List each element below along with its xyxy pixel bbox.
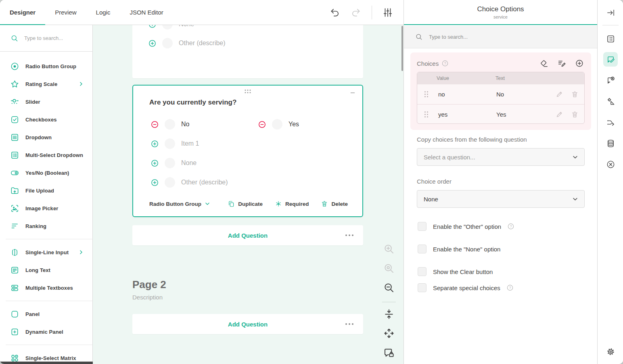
duplicate-button[interactable]: Duplicate <box>228 200 263 207</box>
zoom-out-icon[interactable] <box>383 282 395 294</box>
copy-choices-select[interactable]: Select a question... <box>417 148 585 166</box>
zoom-reset-icon[interactable] <box>383 262 395 274</box>
checkbox[interactable] <box>418 283 426 292</box>
more-options-icon[interactable] <box>345 323 353 325</box>
question-card-selected[interactable]: Are you currently serving? No Yes Item 1 <box>132 85 363 217</box>
edit-pencil-icon[interactable] <box>556 90 563 98</box>
tab-logic[interactable]: Logic <box>86 0 120 25</box>
question-card-previous[interactable]: None Other (describe) <box>132 25 363 78</box>
plus-circle-icon[interactable] <box>151 140 159 148</box>
toolbox-item-checkboxes[interactable]: Checkboxes <box>0 111 92 128</box>
drag-handle-icon[interactable] <box>245 90 251 93</box>
page-description[interactable]: Description <box>132 294 163 301</box>
zoom-in-icon[interactable] <box>383 243 395 255</box>
radio-placeholder[interactable] <box>272 119 282 130</box>
plus-circle-icon[interactable] <box>151 179 159 186</box>
choice-value[interactable]: no <box>438 91 445 98</box>
toggle-show-clear[interactable]: Show the Clear button <box>418 267 493 276</box>
toolbox-item-multiple-textboxes[interactable]: Multiple Textboxes <box>0 279 92 297</box>
plus-circle-icon[interactable] <box>148 40 156 47</box>
drag-handle-icon[interactable] <box>424 111 428 117</box>
checkbox[interactable] <box>418 222 426 231</box>
clear-eraser-icon[interactable] <box>539 59 548 68</box>
trash-icon[interactable] <box>571 111 579 118</box>
toolbox-item-radio-button-group[interactable]: Radio Button Group <box>0 57 92 75</box>
choice-label[interactable]: No <box>181 121 189 128</box>
help-icon[interactable]: ? <box>508 223 514 230</box>
checkbox[interactable] <box>418 245 426 253</box>
radio-placeholder[interactable] <box>165 177 175 188</box>
undo-icon[interactable] <box>330 7 340 18</box>
choice-label[interactable]: Other (describe) <box>181 179 228 186</box>
choice-table-row[interactable]: yes Yes <box>417 104 584 124</box>
checkbox[interactable] <box>418 267 426 276</box>
toolbox-item-ranking[interactable]: Ranking <box>0 217 92 235</box>
toolbox-item-dropdown[interactable]: Dropdown <box>0 128 92 146</box>
toolbox-item-panel[interactable]: Panel <box>0 305 92 323</box>
edit-pencil-icon[interactable] <box>556 111 563 118</box>
toolbox-item-rating-scale[interactable]: Rating Scale <box>0 75 92 93</box>
minus-circle-icon[interactable] <box>258 121 266 128</box>
radio-placeholder[interactable] <box>165 158 175 168</box>
trash-icon[interactable] <box>571 90 579 98</box>
choice-order-select[interactable]: None <box>417 190 585 208</box>
plus-circle-icon[interactable] <box>148 25 156 28</box>
choice-label[interactable]: Yes <box>289 121 299 128</box>
toolbox-item-slider[interactable]: Slider <box>0 93 92 111</box>
toolbox-item-multi-select-dropdown[interactable]: Multi-Select Dropdown <box>0 146 92 164</box>
toolbox-item-long-text[interactable]: Long Text <box>0 261 92 279</box>
adjustments-icon[interactable] <box>383 7 393 18</box>
radio-placeholder[interactable] <box>165 138 175 149</box>
page-title[interactable]: Page 2 <box>132 278 166 291</box>
help-icon[interactable]: ? <box>442 60 448 67</box>
choice-text[interactable]: Yes <box>496 111 506 118</box>
category-data-icon[interactable] <box>603 136 618 151</box>
radio-placeholder[interactable] <box>165 119 175 130</box>
toolbox-search-input[interactable] <box>24 35 85 41</box>
toolbox-item-boolean[interactable]: Yes/No (Boolean) <box>0 164 92 182</box>
toolbox-item-dynamic-panel[interactable]: Dynamic Panel <box>0 323 92 341</box>
choice-label[interactable]: Item 1 <box>181 140 199 147</box>
plus-circle-icon[interactable] <box>151 159 159 167</box>
tab-json-editor[interactable]: JSON Editor <box>120 0 173 25</box>
delete-button[interactable]: Delete <box>321 200 348 207</box>
minus-circle-icon[interactable] <box>151 121 159 128</box>
category-general-icon[interactable] <box>603 31 618 46</box>
canvas-scrollbar[interactable] <box>401 26 403 71</box>
settings-gear-icon[interactable] <box>603 344 618 359</box>
collapse-all-icon[interactable] <box>383 308 395 320</box>
choice-label[interactable]: None <box>181 159 197 167</box>
collapse-question-icon[interactable] <box>349 90 356 96</box>
more-options-icon[interactable] <box>345 234 353 236</box>
drag-handle-icon[interactable] <box>424 91 428 97</box>
category-validation-icon[interactable] <box>603 157 618 172</box>
choice-value[interactable]: yes <box>438 111 447 118</box>
add-choice-icon[interactable] <box>575 59 584 68</box>
choice-text[interactable]: No <box>496 91 504 98</box>
tab-designer[interactable]: Designer <box>0 0 45 25</box>
collapse-panel-icon[interactable] <box>603 5 618 20</box>
question-title[interactable]: Are you currently serving? <box>149 98 236 107</box>
fast-entry-icon[interactable] <box>557 59 566 68</box>
toolbox-item-file-upload[interactable]: File Upload <box>0 182 92 199</box>
toggle-separate-special[interactable]: Separate special choices ? <box>418 283 513 293</box>
required-button[interactable]: Required <box>275 200 309 207</box>
category-flow-icon[interactable] <box>603 115 618 130</box>
properties-search-input[interactable] <box>429 34 562 40</box>
add-question-button[interactable]: Add Question <box>228 232 268 239</box>
toolbox-item-single-line-input[interactable]: Single-Line Input <box>0 243 92 261</box>
expand-move-icon[interactable] <box>383 327 395 339</box>
choice-table-row[interactable]: no No <box>417 84 584 104</box>
category-layout-icon[interactable] <box>603 94 618 109</box>
tab-preview[interactable]: Preview <box>45 0 86 25</box>
add-question-button[interactable]: Add Question <box>228 321 268 328</box>
category-choices-icon[interactable] <box>603 52 618 67</box>
redo-icon[interactable] <box>351 7 361 18</box>
help-icon[interactable]: ? <box>507 285 513 291</box>
toolbox-item-image-picker[interactable]: Image Picker <box>0 199 92 217</box>
question-type-selector[interactable]: Radio Button Group <box>149 201 210 207</box>
toggle-enable-none[interactable]: Enable the "None" option <box>418 244 500 254</box>
category-logic-icon[interactable] <box>603 73 618 88</box>
toggle-enable-other[interactable]: Enable the "Other" option ? <box>418 222 514 231</box>
lock-comments-icon[interactable] <box>383 347 395 359</box>
